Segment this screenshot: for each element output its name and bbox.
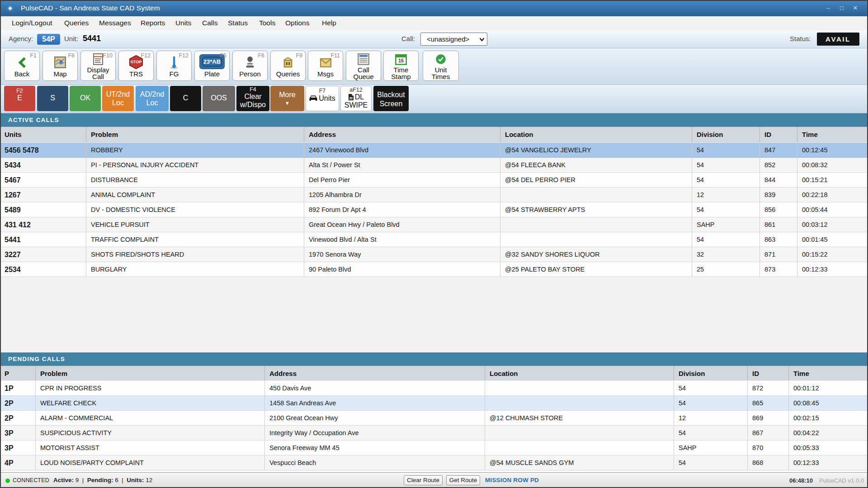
svg-text:15: 15 bbox=[398, 58, 404, 63]
svg-text:23*AB: 23*AB bbox=[203, 58, 221, 65]
svg-text:STOP: STOP bbox=[131, 60, 142, 64]
